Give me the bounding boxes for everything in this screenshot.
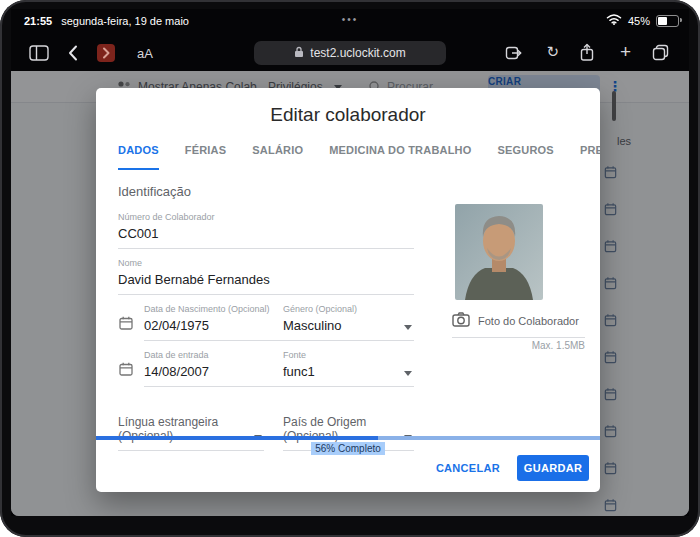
wifi-icon — [606, 14, 622, 27]
dialog-tabs: DADOS FÉRIAS SALÁRIO MEDICINA DO TRABALH… — [118, 144, 600, 170]
calendar-icon[interactable] — [118, 361, 134, 381]
chevron-down-icon — [404, 371, 412, 376]
field-label: Data de entrada — [144, 350, 290, 360]
edit-collaborator-dialog: Editar colaborador DADOS FÉRIAS SALÁRIO … — [96, 88, 600, 492]
field-value[interactable]: 02/04/1975 — [144, 318, 290, 341]
lock-icon — [294, 46, 304, 61]
completion-progress-bar — [96, 436, 600, 440]
status-time: 21:55 — [24, 15, 52, 27]
tablet-device: 21:55 segunda-feira, 19 de maio ••• 45% — [0, 0, 700, 537]
completion-progress-label: 56% Completo — [96, 443, 600, 454]
field-label: Género (Opcional) — [283, 304, 414, 314]
browser-toolbar: aA test2.uclockit.com ↻ — [11, 35, 689, 71]
extension-icon[interactable] — [97, 44, 115, 62]
new-tab-icon[interactable]: + — [620, 41, 631, 63]
tab-dados[interactable]: DADOS — [118, 144, 159, 170]
photo-upload-field[interactable]: Foto do Colaborador — [452, 312, 585, 338]
entry-date-field[interactable]: Data de entrada 14/08/2007 — [118, 350, 290, 387]
progress-track — [378, 436, 600, 440]
field-value[interactable]: CC001 — [118, 226, 414, 249]
status-center-dots-icon: ••• — [342, 14, 359, 25]
field-label: Número de Colaborador — [118, 212, 414, 222]
tab-preferencia[interactable]: PREFERÊNCIA DE D — [580, 144, 600, 170]
address-url: test2.uclockit.com — [310, 46, 405, 60]
field-value[interactable]: func1 — [283, 364, 414, 387]
photo-field-label: Foto do Colaborador — [478, 315, 579, 327]
camera-icon — [452, 312, 470, 329]
back-icon[interactable] — [68, 45, 78, 61]
collaborator-photo — [455, 204, 543, 300]
name-field[interactable]: Nome David Bernabé Fernandes — [118, 258, 414, 295]
source-select[interactable]: Fonte func1 — [283, 350, 414, 387]
birth-date-field[interactable]: Data de Nascimento (Opcional) 02/04/1975 — [118, 304, 290, 341]
gender-select[interactable]: Género (Opcional) Masculino — [283, 304, 414, 341]
cancel-button[interactable]: CANCELAR — [436, 462, 500, 474]
section-title-identificacao: Identificação — [118, 184, 191, 199]
status-bar: 21:55 segunda-feira, 19 de maio ••• 45% — [11, 9, 689, 35]
share-icon[interactable] — [579, 43, 595, 62]
battery-percent: 45% — [628, 15, 650, 27]
battery-icon — [656, 15, 679, 27]
field-value[interactable]: 14/08/2007 — [144, 364, 290, 387]
reload-icon[interactable]: ↻ — [546, 43, 559, 61]
tab-seguros[interactable]: SEGUROS — [498, 144, 554, 170]
save-button[interactable]: GUARDAR — [517, 455, 589, 481]
tab-ferias[interactable]: FÉRIAS — [185, 144, 227, 170]
tab-salario[interactable]: SALÁRIO — [252, 144, 303, 170]
field-value[interactable]: David Bernabé Fernandes — [118, 272, 414, 295]
employee-number-field[interactable]: Número de Colaborador CC001 — [118, 212, 414, 249]
tab-medicina-do-trabalho[interactable]: MEDICINA DO TRABALHO — [329, 144, 471, 170]
reader-options-button[interactable]: aA — [137, 46, 153, 61]
web-content: Mostrar Apenas Colab. Privilégios Procur… — [11, 71, 689, 516]
progress-fill — [96, 436, 378, 440]
screen: 21:55 segunda-feira, 19 de maio ••• 45% — [11, 9, 689, 516]
field-label: Fonte — [283, 350, 414, 360]
calendar-icon[interactable] — [118, 315, 134, 335]
status-date: segunda-feira, 19 de maio — [61, 15, 189, 27]
field-value[interactable]: Masculino — [283, 318, 414, 341]
field-label: Data de Nascimento (Opcional) — [144, 304, 290, 314]
photo-size-hint: Max. 1.5MB — [452, 340, 585, 351]
chevron-down-icon — [404, 325, 412, 330]
field-label: Nome — [118, 258, 414, 268]
address-bar[interactable]: test2.uclockit.com — [254, 41, 446, 65]
tab-switch-icon[interactable] — [505, 45, 523, 61]
tabs-overview-icon[interactable] — [652, 44, 669, 61]
dialog-title: Editar colaborador — [96, 104, 600, 126]
sidebar-toggle-icon[interactable] — [29, 45, 49, 61]
